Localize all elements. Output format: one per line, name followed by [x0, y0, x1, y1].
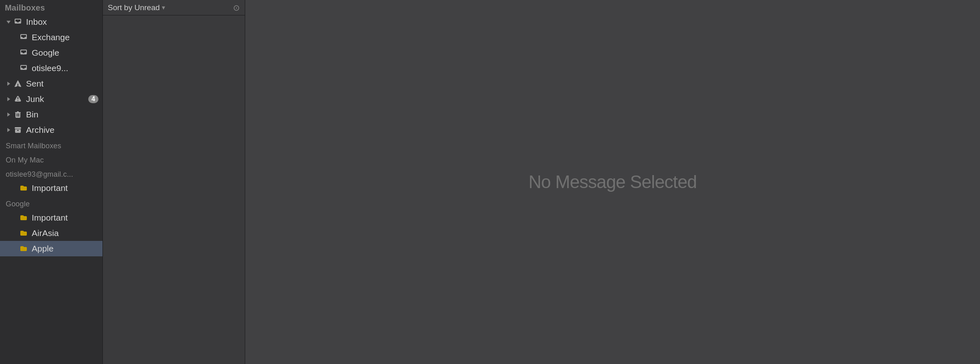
inbox-icon [13, 17, 23, 27]
on-my-mac-label: On My Mac [0, 152, 102, 166]
junk-badge: 4 [88, 95, 98, 103]
otislee-group-label: otislee93@gmail.c... [0, 166, 102, 180]
sent-icon [13, 79, 23, 89]
apple-label: Apple [32, 244, 98, 254]
archive-expand-arrow[interactable] [6, 127, 11, 133]
exchange-label: Exchange [32, 32, 98, 42]
junk-expand-arrow[interactable] [6, 96, 11, 102]
middle-panel: Sort by Unread ▾ ⊙ [103, 0, 245, 364]
main-panel: No Message Selected [245, 0, 980, 364]
sidebar-item-airasia[interactable]: AirAsia [0, 225, 102, 241]
archive-label: Archive [26, 125, 98, 135]
middle-content [103, 15, 245, 364]
sort-label-text: Sort by Unread [108, 3, 160, 12]
inbox-expand-arrow[interactable] [6, 19, 11, 25]
mailboxes-header: Mailboxes [0, 0, 102, 14]
no-message-selected-text: No Message Selected [529, 172, 697, 192]
sort-chevron-icon: ▾ [162, 4, 165, 11]
otislee-inbox-label: otislee9... [32, 63, 98, 73]
sidebar-item-junk[interactable]: Junk 4 [0, 91, 102, 107]
exchange-icon [19, 32, 28, 42]
sidebar-item-google-inbox[interactable]: Google [0, 45, 102, 61]
bin-icon [13, 110, 23, 119]
sidebar-item-important-google[interactable]: Important [0, 210, 102, 225]
google-inbox-icon [19, 48, 28, 58]
inbox-label: Inbox [26, 17, 98, 27]
junk-icon [13, 94, 23, 104]
archive-icon [13, 125, 23, 135]
google-inbox-label: Google [32, 48, 98, 58]
sidebar-item-archive[interactable]: Archive [0, 122, 102, 138]
bin-label: Bin [26, 110, 98, 119]
middle-header: Sort by Unread ▾ ⊙ [103, 0, 245, 15]
filter-icon[interactable]: ⊙ [233, 3, 240, 13]
airasia-folder-icon [19, 228, 28, 238]
google-group-label: Google [0, 196, 102, 210]
sidebar-item-exchange[interactable]: Exchange [0, 30, 102, 45]
sidebar-item-otislee-inbox[interactable]: otislee9... [0, 61, 102, 76]
sent-label: Sent [26, 79, 98, 89]
important-google-label: Important [32, 213, 98, 223]
sidebar: Mailboxes Inbox Exchange Google [0, 0, 103, 364]
important-otis-label: Important [32, 183, 98, 193]
important-google-folder-icon [19, 213, 28, 223]
junk-label: Junk [26, 94, 86, 104]
sidebar-item-inbox[interactable]: Inbox [0, 14, 102, 30]
airasia-label: AirAsia [32, 228, 98, 238]
sidebar-item-bin[interactable]: Bin [0, 107, 102, 122]
sidebar-item-apple[interactable]: Apple [0, 241, 102, 256]
sidebar-item-important-otis[interactable]: Important [0, 180, 102, 196]
important-otis-folder-icon [19, 183, 28, 193]
sort-button[interactable]: Sort by Unread ▾ [108, 3, 165, 12]
apple-folder-icon [19, 244, 28, 254]
smart-mailboxes-label: Smart Mailboxes [0, 138, 102, 152]
otislee-inbox-icon [19, 63, 28, 73]
sent-expand-arrow[interactable] [6, 81, 11, 87]
bin-expand-arrow[interactable] [6, 112, 11, 117]
sidebar-item-sent[interactable]: Sent [0, 76, 102, 91]
